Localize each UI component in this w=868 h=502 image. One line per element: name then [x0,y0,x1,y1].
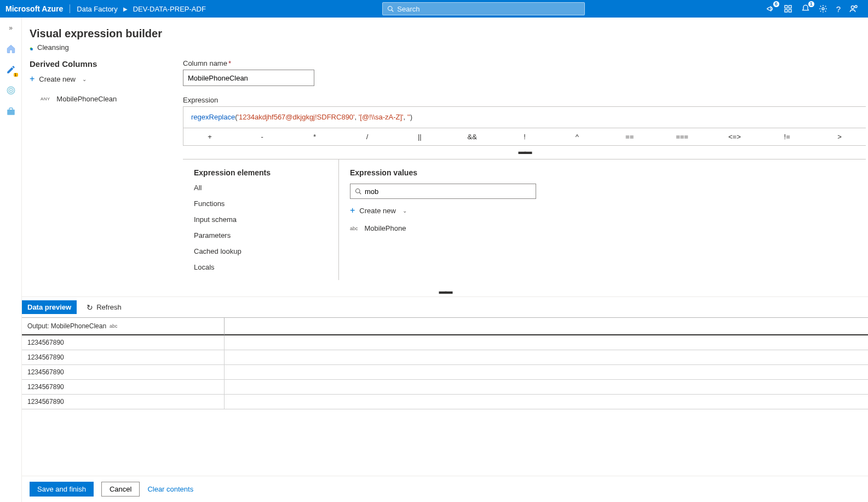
svg-rect-4 [785,9,787,12]
page-title: Visual expression builder [30,27,868,40]
output-column-label: Output: MobilePhoneClean [27,322,106,330]
directory-icon[interactable] [784,4,792,13]
refresh-icon: ↻ [87,303,93,312]
svg-rect-5 [789,9,791,12]
derived-columns-heading: Derived Columns [30,59,166,69]
bell-icon[interactable]: 1 [801,4,810,13]
save-button[interactable]: Save and finish [30,482,94,497]
expression-panel: Column name* Expression regexReplace('12… [183,59,868,280]
expand-rail-icon[interactable]: » [5,22,17,34]
column-name-text: Column name [183,59,227,67]
expression-element-item[interactable]: Locals [194,263,327,271]
step-name: Cleansing [37,43,69,52]
value-result-item[interactable]: abc MobilePhone [350,221,536,236]
top-icons: 6 1 ? [762,4,863,14]
expression-element-item[interactable]: Parameters [194,231,327,239]
table-cell: 1234567890 [22,350,225,364]
expr-paren-close: ) [410,113,412,121]
announce-icon[interactable]: 6 [766,4,775,13]
plus-icon: + [30,74,35,84]
resize-grip-icon[interactable]: ▬▬ [183,146,866,157]
expression-elements-pane: Expression elements AllFunctionsInput sc… [183,159,339,280]
column-name-label: Column name* [183,59,866,67]
grid-header-cell[interactable]: Output: MobilePhoneClean abc [22,318,225,335]
operator-button[interactable]: > [813,128,866,145]
svg-point-6 [822,8,824,10]
chevron-right-icon: ▶ [123,6,128,12]
expression-element-item[interactable]: Cached lookup [194,247,327,255]
step-icon [30,45,35,50]
table-cell-spacer [225,350,868,364]
table-row[interactable]: 1234567890 [22,365,868,380]
operator-button[interactable]: ! [498,128,551,145]
brand: Microsoft Azure [5,4,70,13]
global-search[interactable] [382,2,585,15]
svg-point-8 [855,5,857,8]
expression-element-item[interactable]: All [194,184,327,192]
grid-header-spacer [225,318,868,335]
operator-button[interactable]: && [446,128,498,145]
table-cell: 1234567890 [22,395,225,409]
column-name-input[interactable] [183,70,314,86]
operator-button[interactable]: * [289,128,341,145]
top-bar: Microsoft Azure Data Factory ▶ DEV-DATA-… [0,0,868,18]
tab-data-preview[interactable]: Data preview [22,300,77,314]
chevron-down-icon: ⌄ [82,76,87,82]
help-icon[interactable]: ? [836,4,841,14]
clear-contents-link[interactable]: Clear contents [147,485,193,493]
derived-columns-panel: Derived Columns + Create new ⌄ ANY Mobil… [30,59,166,280]
bell-badge: 1 [808,1,814,7]
table-cell-spacer [225,365,868,379]
operator-button[interactable]: || [393,128,446,145]
values-search[interactable] [350,184,536,199]
operator-button[interactable]: <=> [708,128,761,145]
expression-element-item[interactable]: Input schema [194,215,327,224]
expression-editor[interactable]: regexReplace('1234akdjhf567@dkjgkgj!SDFR… [183,106,866,128]
expression-label: Expression [183,96,866,104]
refresh-label: Refresh [96,303,122,311]
derived-column-item[interactable]: ANY MobilePhoneClean [30,93,166,105]
refresh-button[interactable]: ↻ Refresh [87,303,122,312]
author-icon[interactable]: 1 [5,64,17,76]
main: Visual expression builder Cleansing Deri… [22,18,868,502]
operator-button[interactable]: === [656,128,709,145]
table-cell: 1234567890 [22,380,225,394]
manage-icon[interactable] [5,105,17,117]
svg-rect-3 [789,5,791,8]
cancel-button[interactable]: Cancel [101,482,140,497]
svg-point-0 [388,7,393,11]
values-search-input[interactable] [365,187,531,196]
gear-icon[interactable] [819,4,827,13]
home-icon[interactable] [5,43,17,55]
search-input[interactable] [397,5,580,13]
table-row[interactable]: 1234567890 [22,350,868,365]
operator-button[interactable]: ^ [551,128,603,145]
operator-button[interactable]: != [761,128,813,145]
table-cell: 1234567890 [22,365,225,379]
breadcrumb-item[interactable]: Data Factory [77,5,117,13]
operator-button[interactable]: / [341,128,394,145]
value-result-name: MobilePhone [365,224,406,232]
panel-resize-grip-icon[interactable]: ▬▬ [22,286,868,296]
breadcrumb: Data Factory ▶ DEV-DATA-PREP-ADF [77,5,206,13]
helper-panels: Expression elements AllFunctionsInput sc… [183,159,866,280]
create-new-value[interactable]: + Create new ⌄ [350,206,536,215]
breadcrumb-item[interactable]: DEV-DATA-PREP-ADF [133,5,206,13]
operator-button[interactable]: - [236,128,289,145]
expr-arg1: '1234akdjhf567@dkjgkgj!SDFRC890' [238,113,355,121]
type-badge: abc [350,226,358,231]
table-row[interactable]: 1234567890 [22,395,868,409]
operator-toolbar: +-*/||&&!^=====<=>!=> [183,128,866,146]
operator-button[interactable]: == [603,128,656,145]
table-row[interactable]: 1234567890 [22,335,868,350]
create-new-column[interactable]: + Create new ⌄ [30,74,166,84]
expression-element-item[interactable]: Functions [194,199,327,208]
required-mark: * [228,59,231,67]
plus-icon: + [350,206,355,215]
expression-values-heading: Expression values [350,168,536,177]
operator-button[interactable]: + [183,128,236,145]
step-indicator: Cleansing [30,43,868,52]
feedback-icon[interactable] [849,4,858,13]
table-row[interactable]: 1234567890 [22,380,868,395]
monitor-icon[interactable] [5,84,17,96]
